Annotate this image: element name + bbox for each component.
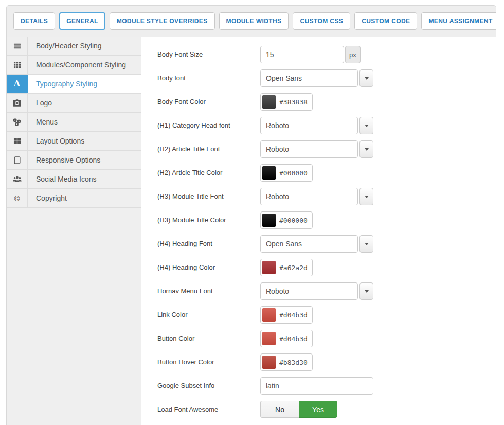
field-label: (H1) Category Head font [157, 117, 260, 134]
h2-article-title-color-field[interactable]: #000000 [260, 164, 313, 182]
h4-heading-color-field[interactable]: #a62a2d [260, 259, 313, 276]
row-load-font-awesome: Load Font AwesomeNoYes [157, 401, 496, 418]
tab-general[interactable]: GENERAL [59, 12, 105, 30]
caret-down-icon [365, 125, 369, 127]
sidebar-item-body-header-styling[interactable]: Body/Header Styling [7, 37, 141, 56]
hornav-menu-font-dropdown-button[interactable] [359, 282, 373, 300]
field-label: Hornav Menu Font [157, 282, 260, 300]
caret-down-icon [365, 77, 369, 80]
row-h3-module-title-color: (H3) Module Title Color#000000 [157, 211, 496, 229]
tab-module-style-overrides[interactable]: MODULE STYLE OVERRIDES [110, 12, 215, 30]
toggle-no-button[interactable]: No [260, 401, 299, 418]
google-subset-info-input[interactable] [260, 377, 373, 395]
sidebar-item-label: Menus [28, 113, 141, 131]
body-font-select[interactable]: Open Sans [260, 69, 358, 87]
button-hover-color-field[interactable]: #b83d30 [260, 353, 313, 371]
tab-custom-code[interactable]: CUSTOM CODE [354, 12, 417, 30]
row-h4-heading-font: (H4) Heading FontOpen Sans [157, 235, 496, 253]
field-label: Google Subset Info [157, 377, 260, 395]
color-swatch[interactable] [262, 356, 276, 369]
row-button-color: Button Color#d04b3d [157, 330, 496, 347]
color-swatch[interactable] [262, 261, 276, 274]
tab-menu-assignment[interactable]: MENU ASSIGNMENT [421, 12, 496, 30]
h1-category-head-font-select[interactable]: Roboto [260, 117, 358, 134]
h3-module-title-font-dropdown-button[interactable] [359, 188, 373, 205]
sidebar-item-label: Social Media Icons [28, 170, 141, 188]
row-h1-category-head-font: (H1) Category Head fontRoboto [157, 117, 496, 134]
tab-module-widths[interactable]: MODULE WIDTHS [219, 12, 289, 30]
h3-module-title-font-select[interactable]: Roboto [260, 188, 358, 205]
color-hex-value: #000000 [279, 217, 308, 224]
field-label: Body font [157, 69, 260, 87]
tab-details[interactable]: DETAILS [13, 12, 55, 30]
color-swatch[interactable] [262, 214, 276, 227]
h2-article-title-font-dropdown-button[interactable] [359, 140, 373, 158]
responsive-icon [7, 151, 28, 169]
button-color-field[interactable]: #d04b3d [260, 330, 313, 347]
color-hex-value: #d04b3d [279, 335, 308, 343]
color-swatch[interactable] [262, 308, 276, 322]
link-color-field[interactable]: #d04b3d [260, 306, 313, 324]
sidebar-item-logo[interactable]: Logo [7, 94, 141, 113]
toggle-yes-button[interactable]: Yes [299, 401, 337, 418]
color-swatch[interactable] [262, 166, 276, 180]
h3-module-title-color-field[interactable]: #000000 [260, 211, 313, 229]
caret-down-icon [365, 196, 369, 198]
sidebar-item-menus[interactable]: Menus [7, 113, 141, 132]
sidebar-item-copyright[interactable]: ©Copyright [7, 189, 141, 208]
row-google-subset-info: Google Subset Info [157, 377, 496, 395]
sidebar-item-social-media-icons[interactable]: Social Media Icons [7, 170, 141, 189]
users-icon [7, 170, 28, 188]
sidebar-item-label: Copyright [28, 189, 141, 207]
sidebar-item-label: Body/Header Styling [28, 37, 141, 55]
tab-bar: DETAILSGENERALMODULE STYLE OVERRIDESMODU… [7, 6, 496, 37]
h4-heading-font-dropdown-button[interactable] [359, 235, 373, 253]
menus-icon [7, 113, 28, 131]
caret-down-icon [365, 148, 369, 151]
hornav-menu-font-select[interactable]: Roboto [260, 282, 358, 300]
th-icon [7, 56, 28, 74]
sidebar-item-responsive-options[interactable]: Responsive Options [7, 151, 141, 170]
select-value: Open Sans [266, 74, 302, 82]
field-label: (H4) Heading Font [157, 235, 260, 253]
row-hornav-menu-font: Hornav Menu FontRoboto [157, 282, 496, 300]
sidebar-item-typography-styling[interactable]: ATypography Styling [7, 75, 141, 94]
h2-article-title-font-select[interactable]: Roboto [260, 140, 358, 158]
row-h2-article-title-color: (H2) Article Title Color#000000 [157, 164, 496, 182]
field-label: Link Color [157, 306, 260, 324]
panel-body: Body/Header StylingModules/Component Sty… [7, 37, 496, 425]
field-label: Button Hover Color [157, 353, 260, 371]
body-font-color-field[interactable]: #383838 [260, 93, 313, 111]
th-large-icon [7, 132, 28, 150]
tab-custom-css[interactable]: CUSTOM CSS [293, 12, 350, 30]
color-hex-value: #000000 [279, 169, 308, 177]
field-label: Button Color [157, 330, 260, 347]
color-swatch[interactable] [262, 332, 276, 345]
field-label: (H2) Article Title Font [157, 140, 260, 158]
camera-icon [7, 94, 28, 112]
body-font-size-input[interactable] [260, 46, 344, 63]
h1-category-head-font-dropdown-button[interactable] [359, 117, 373, 134]
sidebar-item-layout-options[interactable]: Layout Options [7, 132, 141, 151]
select-value: Roboto [266, 145, 289, 153]
sidebar-item-label: Typography Styling [28, 75, 141, 93]
select-value: Roboto [266, 121, 289, 130]
sidebar-item-modules-component-styling[interactable]: Modules/Component Styling [7, 56, 141, 75]
body-font-dropdown-button[interactable] [359, 69, 373, 87]
row-body-font-color: Body Font Color#383838 [157, 93, 496, 111]
sidebar-item-label: Layout Options [28, 132, 141, 150]
row-body-font-size: Body Font Sizepx [157, 46, 496, 63]
select-value: Roboto [266, 192, 289, 201]
sidebar-item-label: Logo [28, 94, 141, 112]
color-swatch[interactable] [262, 95, 276, 109]
load-font-awesome-toggle: NoYes [260, 401, 337, 418]
field-label: (H2) Article Title Color [157, 164, 260, 182]
h4-heading-font-select[interactable]: Open Sans [260, 235, 358, 253]
settings-sidebar: Body/Header StylingModules/Component Sty… [7, 37, 141, 425]
field-label: Load Font Awesome [157, 401, 260, 418]
field-label: (H4) Heading Color [157, 259, 260, 276]
row-body-font: Body fontOpen Sans [157, 69, 496, 87]
field-label: Body Font Size [157, 46, 260, 63]
select-value: Open Sans [266, 240, 302, 248]
bars-icon [7, 37, 28, 55]
